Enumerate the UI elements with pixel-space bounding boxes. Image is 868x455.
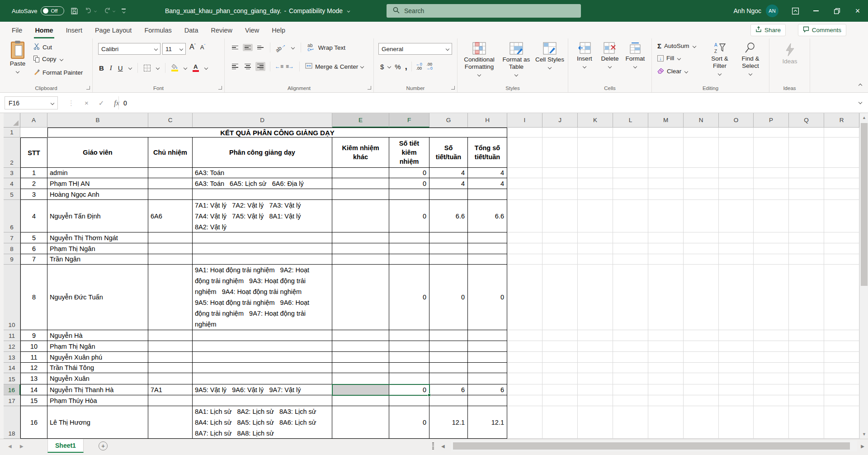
cell-I8[interactable] [507, 243, 542, 254]
cell-G4[interactable]: 4 [429, 178, 468, 189]
search-box[interactable] [387, 4, 581, 18]
cell-R4[interactable] [824, 178, 859, 189]
cell-F5[interactable] [389, 189, 429, 200]
close-button[interactable]: × [847, 0, 868, 22]
cell-L6[interactable] [613, 200, 648, 232]
cell-J3[interactable] [542, 168, 578, 178]
cell-R17[interactable] [824, 395, 859, 406]
cell-Q10[interactable] [789, 265, 824, 330]
cell-J7[interactable] [542, 232, 578, 243]
cell-I18[interactable] [507, 406, 542, 439]
cell-B6[interactable]: Nguyễn Tấn Định [47, 200, 148, 232]
cell-Q17[interactable] [789, 395, 824, 406]
cell-N10[interactable] [684, 265, 719, 330]
name-box[interactable]: F16 [5, 96, 58, 109]
redo-icon[interactable] [103, 7, 115, 14]
cell-A13[interactable]: 11 [20, 352, 47, 363]
cell-Q3[interactable] [789, 168, 824, 178]
cell-F8[interactable] [389, 243, 429, 254]
merge-center-button[interactable]: Merge & Center [315, 63, 358, 70]
cell-N9[interactable] [684, 254, 719, 265]
cell-E9[interactable] [332, 254, 389, 265]
cell-I1[interactable] [507, 128, 542, 137]
fill-color-icon[interactable] [171, 64, 178, 71]
font-color-icon[interactable]: A [193, 64, 199, 72]
header-cell-F2[interactable]: Số tiết kiêm nhiệm [389, 137, 429, 168]
cell-I2[interactable] [507, 137, 542, 168]
cell-F13[interactable] [389, 352, 429, 363]
cell-A3[interactable]: 1 [20, 168, 47, 178]
formula-input[interactable]: 0 [118, 96, 850, 109]
row-header-7[interactable]: 7 [4, 232, 20, 243]
row-header-12[interactable]: 12 [4, 341, 20, 352]
cell-M12[interactable] [648, 341, 684, 352]
cell-R7[interactable] [824, 232, 859, 243]
autosave-toggle[interactable]: AutoSave Off [12, 6, 64, 15]
cell-R11[interactable] [824, 330, 859, 341]
cell-P17[interactable] [754, 395, 789, 406]
cell-A16[interactable]: 14 [20, 384, 47, 395]
percent-style-icon[interactable]: % [395, 63, 401, 71]
increase-decimal-icon[interactable]: ←0.00 [416, 62, 422, 71]
copy-button[interactable]: Copy [33, 56, 63, 62]
cell-O14[interactable] [719, 363, 754, 373]
cell-E14[interactable] [332, 363, 389, 373]
cell-P11[interactable] [754, 330, 789, 341]
tab-file[interactable]: File [5, 22, 28, 38]
cell-G8[interactable] [429, 243, 468, 254]
cell-D18[interactable]: 8A1: Lịch sử 8A2: Lịch sử 8A3: Lịch sử 8… [193, 406, 332, 439]
header-cell-B2[interactable]: Giáo viên [47, 137, 148, 168]
increase-indent-icon[interactable]: ≡→ [286, 63, 294, 70]
cell-R15[interactable] [824, 373, 859, 384]
cell-L11[interactable] [613, 330, 648, 341]
cell-F6[interactable]: 0 [389, 200, 429, 232]
cell-R18[interactable] [824, 406, 859, 439]
tab-help[interactable]: Help [265, 22, 292, 38]
cell-R10[interactable] [824, 265, 859, 330]
new-sheet-button[interactable]: + [99, 441, 108, 450]
cell-G14[interactable] [429, 363, 468, 373]
tab-view[interactable]: View [239, 22, 265, 38]
decrease-font-size-icon[interactable]: Aˇ [200, 43, 206, 51]
number-format-select[interactable]: General [378, 43, 452, 55]
column-header-I[interactable]: I [507, 113, 542, 128]
cell-A7[interactable]: 5 [20, 232, 47, 243]
decrease-decimal-icon[interactable]: .00→0 [426, 62, 433, 71]
cell-M1[interactable] [648, 128, 684, 137]
cell-I10[interactable] [507, 265, 542, 330]
cell-L5[interactable] [613, 189, 648, 200]
cell-K18[interactable] [578, 406, 613, 439]
cell-I6[interactable] [507, 200, 542, 232]
cell-L16[interactable] [613, 384, 648, 395]
cell-N17[interactable] [684, 395, 719, 406]
clipboard-dialog-launcher-icon[interactable] [86, 86, 90, 90]
cell-O6[interactable] [719, 200, 754, 232]
cell-P10[interactable] [754, 265, 789, 330]
tab-data[interactable]: Data [178, 22, 205, 38]
cell-N1[interactable] [684, 128, 719, 137]
cell-J12[interactable] [542, 341, 578, 352]
cell-N15[interactable] [684, 373, 719, 384]
cell-Q15[interactable] [789, 373, 824, 384]
cell-Q7[interactable] [789, 232, 824, 243]
cell-P3[interactable] [754, 168, 789, 178]
cell-L8[interactable] [613, 243, 648, 254]
cell-K5[interactable] [578, 189, 613, 200]
cell-R14[interactable] [824, 363, 859, 373]
cell-F9[interactable] [389, 254, 429, 265]
cell-I14[interactable] [507, 363, 542, 373]
minimize-button[interactable] [806, 0, 826, 22]
cell-K3[interactable] [578, 168, 613, 178]
cell-A14[interactable]: 12 [20, 363, 47, 373]
cell-A15[interactable]: 13 [20, 373, 47, 384]
cell-B9[interactable]: Trần Ngân [47, 254, 148, 265]
cell-E6[interactable] [332, 200, 389, 232]
cell-N7[interactable] [684, 232, 719, 243]
align-center-icon[interactable] [243, 62, 253, 71]
cell-J15[interactable] [542, 373, 578, 384]
tab-page-layout[interactable]: Page Layout [89, 22, 138, 38]
column-header-C[interactable]: C [148, 113, 193, 128]
scroll-up-icon[interactable]: ▲ [860, 113, 868, 122]
cell-C10[interactable] [148, 265, 193, 330]
cell-F11[interactable] [389, 330, 429, 341]
